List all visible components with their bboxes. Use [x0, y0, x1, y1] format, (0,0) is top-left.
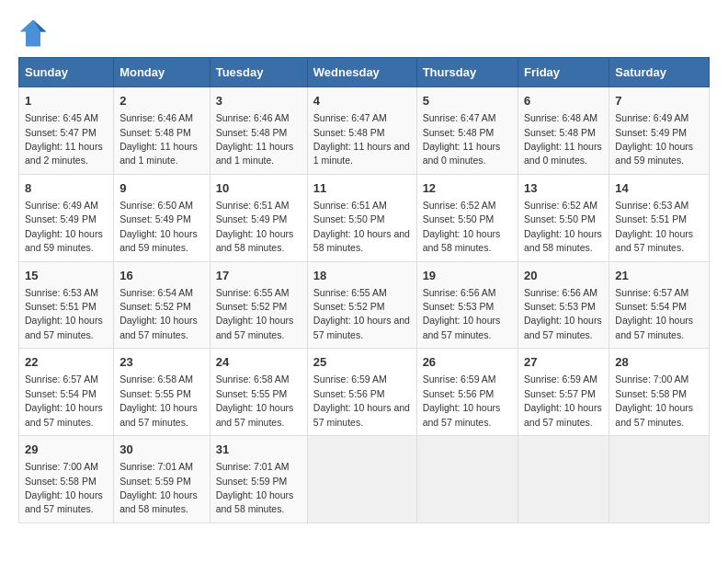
calendar-cell: 28Sunrise: 7:00 AMSunset: 5:58 PMDayligh…: [609, 349, 710, 436]
day-number: 12: [423, 180, 512, 197]
day-number: 8: [25, 180, 108, 197]
calendar-cell: 16Sunrise: 6:54 AMSunset: 5:52 PMDayligh…: [114, 261, 210, 349]
day-number: 22: [25, 354, 108, 371]
calendar-cell: 5Sunrise: 6:47 AMSunset: 5:48 PMDaylight…: [416, 87, 518, 175]
calendar-table: SundayMondayTuesdayWednesdayThursdayFrid…: [18, 57, 710, 523]
calendar-cell: 25Sunrise: 6:59 AMSunset: 5:56 PMDayligh…: [307, 349, 416, 436]
day-number: 16: [119, 268, 204, 284]
day-info: Sunrise: 6:55 AMSunset: 5:52 PMDaylight:…: [216, 287, 294, 340]
day-number: 1: [25, 93, 108, 109]
day-number: 4: [313, 93, 411, 109]
calendar-cell: 12Sunrise: 6:52 AMSunset: 5:50 PMDayligh…: [416, 174, 518, 261]
day-number: 5: [423, 93, 512, 109]
day-info: Sunrise: 7:01 AMSunset: 5:59 PMDaylight:…: [119, 461, 198, 514]
day-number: 13: [524, 180, 603, 197]
day-info: Sunrise: 6:58 AMSunset: 5:55 PMDaylight:…: [216, 373, 294, 427]
calendar-cell: 8Sunrise: 6:49 AMSunset: 5:49 PMDaylight…: [19, 174, 114, 261]
day-number: 7: [615, 93, 703, 109]
day-info: Sunrise: 7:00 AMSunset: 5:58 PMDaylight:…: [615, 373, 693, 427]
day-info: Sunrise: 6:48 AMSunset: 5:48 PMDaylight:…: [524, 112, 602, 166]
calendar-cell: 26Sunrise: 6:59 AMSunset: 5:56 PMDayligh…: [416, 349, 518, 436]
calendar-cell: 18Sunrise: 6:55 AMSunset: 5:52 PMDayligh…: [307, 261, 416, 349]
day-info: Sunrise: 6:49 AMSunset: 5:49 PMDaylight:…: [615, 112, 693, 166]
calendar-cell: 31Sunrise: 7:01 AMSunset: 5:59 PMDayligh…: [210, 436, 307, 523]
logo: [18, 18, 50, 48]
day-number: 17: [216, 268, 301, 284]
day-info: Sunrise: 6:59 AMSunset: 5:56 PMDaylight:…: [423, 373, 501, 427]
calendar-row: 1Sunrise: 6:45 AMSunset: 5:47 PMDaylight…: [19, 87, 710, 175]
day-number: 3: [216, 93, 301, 109]
day-info: Sunrise: 6:51 AMSunset: 5:50 PMDaylight:…: [313, 200, 410, 253]
calendar-cell: [518, 436, 609, 523]
day-number: 9: [119, 180, 204, 197]
day-number: 26: [423, 354, 512, 371]
weekday-header: Wednesday: [307, 58, 416, 87]
calendar-row: 29Sunrise: 7:00 AMSunset: 5:58 PMDayligh…: [19, 436, 710, 523]
day-info: Sunrise: 7:01 AMSunset: 5:59 PMDaylight:…: [216, 461, 294, 514]
calendar-cell: 15Sunrise: 6:53 AMSunset: 5:51 PMDayligh…: [19, 261, 114, 349]
weekday-header: Sunday: [19, 58, 114, 87]
day-number: 20: [524, 268, 603, 284]
day-number: 2: [119, 93, 204, 109]
day-info: Sunrise: 6:49 AMSunset: 5:49 PMDaylight:…: [25, 200, 103, 253]
day-number: 23: [119, 354, 204, 371]
day-number: 18: [313, 268, 411, 284]
day-info: Sunrise: 6:59 AMSunset: 5:56 PMDaylight:…: [313, 373, 410, 427]
day-info: Sunrise: 6:45 AMSunset: 5:47 PMDaylight:…: [25, 112, 103, 166]
calendar-row: 8Sunrise: 6:49 AMSunset: 5:49 PMDaylight…: [19, 174, 710, 261]
weekday-header: Thursday: [416, 58, 518, 87]
calendar-cell: 14Sunrise: 6:53 AMSunset: 5:51 PMDayligh…: [609, 174, 710, 261]
day-number: 15: [25, 268, 108, 284]
calendar-cell: 9Sunrise: 6:50 AMSunset: 5:49 PMDaylight…: [114, 174, 210, 261]
calendar-cell: 7Sunrise: 6:49 AMSunset: 5:49 PMDaylight…: [609, 87, 710, 175]
day-number: 6: [524, 93, 603, 109]
calendar-cell: 24Sunrise: 6:58 AMSunset: 5:55 PMDayligh…: [210, 349, 307, 436]
calendar-header-row: SundayMondayTuesdayWednesdayThursdayFrid…: [19, 58, 710, 87]
day-info: Sunrise: 6:46 AMSunset: 5:48 PMDaylight:…: [119, 112, 198, 166]
calendar-cell: 13Sunrise: 6:52 AMSunset: 5:50 PMDayligh…: [518, 174, 609, 261]
calendar-cell: 4Sunrise: 6:47 AMSunset: 5:48 PMDaylight…: [307, 87, 416, 175]
calendar-row: 15Sunrise: 6:53 AMSunset: 5:51 PMDayligh…: [19, 261, 710, 349]
day-info: Sunrise: 6:56 AMSunset: 5:53 PMDaylight:…: [423, 287, 501, 340]
day-number: 31: [216, 442, 301, 458]
calendar-cell: 17Sunrise: 6:55 AMSunset: 5:52 PMDayligh…: [210, 261, 307, 349]
day-number: 30: [119, 442, 204, 458]
day-info: Sunrise: 6:56 AMSunset: 5:53 PMDaylight:…: [524, 287, 602, 340]
day-info: Sunrise: 6:55 AMSunset: 5:52 PMDaylight:…: [313, 287, 410, 340]
calendar-cell: 6Sunrise: 6:48 AMSunset: 5:48 PMDaylight…: [518, 87, 609, 175]
calendar-cell: 10Sunrise: 6:51 AMSunset: 5:49 PMDayligh…: [210, 174, 307, 261]
day-number: 11: [313, 180, 411, 197]
calendar-cell: 23Sunrise: 6:58 AMSunset: 5:55 PMDayligh…: [114, 349, 210, 436]
calendar-row: 22Sunrise: 6:57 AMSunset: 5:54 PMDayligh…: [19, 349, 710, 436]
day-info: Sunrise: 6:57 AMSunset: 5:54 PMDaylight:…: [615, 287, 693, 340]
calendar-cell: 22Sunrise: 6:57 AMSunset: 5:54 PMDayligh…: [19, 349, 114, 436]
calendar-cell: [609, 436, 710, 523]
calendar-cell: 21Sunrise: 6:57 AMSunset: 5:54 PMDayligh…: [609, 261, 710, 349]
day-number: 19: [423, 268, 512, 284]
calendar-cell: 2Sunrise: 6:46 AMSunset: 5:48 PMDaylight…: [114, 87, 210, 175]
day-info: Sunrise: 6:47 AMSunset: 5:48 PMDaylight:…: [313, 112, 410, 166]
calendar-cell: [416, 436, 518, 523]
day-info: Sunrise: 6:58 AMSunset: 5:55 PMDaylight:…: [119, 373, 198, 427]
calendar-cell: 29Sunrise: 7:00 AMSunset: 5:58 PMDayligh…: [19, 436, 114, 523]
day-info: Sunrise: 6:47 AMSunset: 5:48 PMDaylight:…: [423, 112, 501, 166]
calendar-cell: 30Sunrise: 7:01 AMSunset: 5:59 PMDayligh…: [114, 436, 210, 523]
day-info: Sunrise: 6:53 AMSunset: 5:51 PMDaylight:…: [25, 287, 103, 340]
calendar-cell: 11Sunrise: 6:51 AMSunset: 5:50 PMDayligh…: [307, 174, 416, 261]
day-number: 25: [313, 354, 411, 371]
day-number: 21: [615, 268, 703, 284]
day-number: 27: [524, 354, 603, 371]
day-info: Sunrise: 6:53 AMSunset: 5:51 PMDaylight:…: [615, 200, 693, 253]
page-header: [18, 18, 710, 48]
calendar-cell: 20Sunrise: 6:56 AMSunset: 5:53 PMDayligh…: [518, 261, 609, 349]
calendar-cell: 19Sunrise: 6:56 AMSunset: 5:53 PMDayligh…: [416, 261, 518, 349]
svg-marker-0: [20, 20, 47, 47]
day-info: Sunrise: 6:52 AMSunset: 5:50 PMDaylight:…: [524, 200, 602, 253]
day-info: Sunrise: 6:51 AMSunset: 5:49 PMDaylight:…: [216, 200, 294, 253]
day-info: Sunrise: 6:57 AMSunset: 5:54 PMDaylight:…: [25, 373, 103, 427]
day-info: Sunrise: 6:52 AMSunset: 5:50 PMDaylight:…: [423, 200, 501, 253]
weekday-header: Monday: [114, 58, 210, 87]
day-number: 24: [216, 354, 301, 371]
calendar-cell: 27Sunrise: 6:59 AMSunset: 5:57 PMDayligh…: [518, 349, 609, 436]
day-number: 28: [615, 354, 703, 371]
